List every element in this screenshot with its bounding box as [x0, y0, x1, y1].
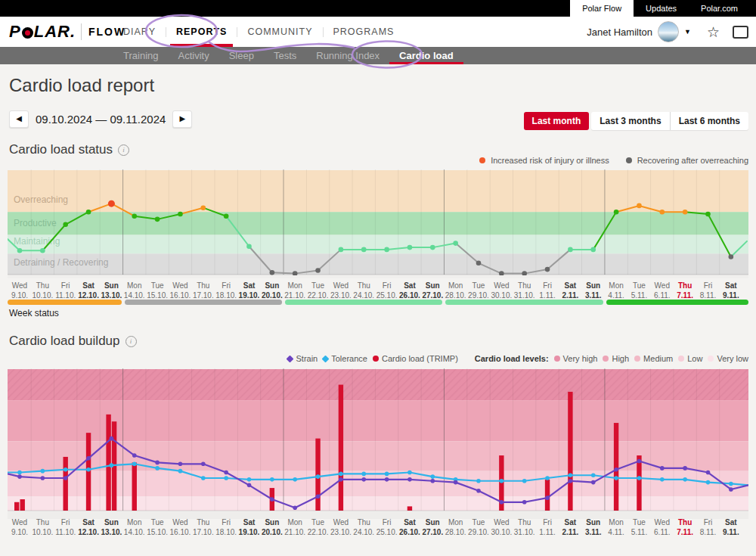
menu-item-community[interactable]: COMMUNITY [237, 17, 322, 47]
week-status-pill [125, 300, 282, 305]
tab-polar-com[interactable]: Polar.com [689, 0, 750, 17]
low-dot-icon [678, 356, 684, 362]
tolerance-marker-icon [322, 355, 330, 362]
main-navbar: PLAR. FLOW DIARY REPORTS COMMUNITY PROGR… [0, 17, 756, 47]
last-month-button[interactable]: Last month [524, 112, 590, 130]
status-x-axis: Wed9.10.Thu10.10.Fri11.10.Sat12.10.Sun13… [8, 281, 748, 300]
axis-day-label: Sat9.11. [716, 517, 746, 537]
svg-text:Overreaching: Overreaching [14, 194, 68, 205]
week-status-pill [606, 300, 748, 305]
main-menu: DIARY REPORTS COMMUNITY PROGRAMS [113, 17, 404, 47]
last-6-months-button[interactable]: Last 6 months [670, 112, 748, 130]
menu-item-diary[interactable]: DIARY [113, 17, 166, 47]
polar-flow-app: Polar Flow Updates Polar.com PLAR. FLOW … [0, 0, 756, 556]
week-status-label: Week status [9, 308, 59, 318]
week-status-pill [8, 300, 122, 305]
axis-day-label: Sat9.11. [716, 281, 746, 300]
week-status-pill [445, 300, 603, 305]
chevron-down-icon[interactable] [684, 28, 691, 36]
polar-logo-text-rest: LAR. [34, 22, 76, 42]
info-icon[interactable] [125, 336, 137, 347]
strain-marker-icon [287, 355, 294, 362]
polar-logo-o-icon [22, 27, 33, 39]
subnav-cardio-load[interactable]: Cardio load [389, 47, 463, 64]
very-low-dot-icon [708, 356, 714, 362]
menu-item-programs[interactable]: PROGRAMS [324, 17, 404, 47]
user-name[interactable]: Janet Hamilton [587, 26, 652, 38]
favorites-star-icon[interactable] [707, 23, 720, 41]
menu-item-reports[interactable]: REPORTS [166, 17, 237, 47]
buildup-chart [8, 368, 748, 519]
status-section-heading: Cardio load status [9, 142, 129, 157]
range-buttons: Last month Last 3 months Last 6 months [524, 112, 748, 130]
last-3-months-button[interactable]: Last 3 months [591, 112, 669, 130]
very-high-dot-icon [554, 356, 560, 362]
logo-divider [81, 23, 82, 40]
user-area: Janet Hamilton [587, 17, 748, 47]
buildup-x-axis: Wed9.10.Thu10.10.Fri11.10.Sat12.10.Sun13… [8, 517, 748, 537]
svg-text:Detraining / Recovering: Detraining / Recovering [14, 257, 108, 268]
subnav-activity[interactable]: Activity [168, 47, 218, 64]
week-status-pill [285, 300, 442, 305]
user-avatar[interactable] [658, 21, 679, 42]
top-site-bar: Polar Flow Updates Polar.com [0, 0, 756, 17]
medium-dot-icon [634, 356, 640, 362]
tab-updates[interactable]: Updates [634, 0, 689, 17]
page-title: Cardio load report [9, 75, 154, 96]
levels-label: Cardio load levels: [475, 354, 549, 363]
status-legend: Increased risk of injury or illness Reco… [479, 156, 748, 165]
trimp-dot-icon [373, 356, 379, 362]
date-navigation: ◀ 09.10.2024 — 09.11.2024 ▶ [9, 110, 192, 128]
high-dot-icon [603, 356, 609, 362]
info-icon[interactable] [118, 144, 129, 156]
status-chart: OverreachingProductiveMaintainingDetrain… [8, 168, 748, 278]
subnav-training[interactable]: Training [113, 47, 168, 64]
week-status-bar [8, 300, 748, 306]
buildup-section-heading: Cardio load buildup [9, 334, 137, 349]
tab-polar-flow[interactable]: Polar Flow [570, 0, 634, 17]
site-tabs: Polar Flow Updates Polar.com [570, 0, 750, 17]
reports-subnav: Training Activity Sleep Tests Running In… [0, 47, 756, 64]
svg-text:Productive: Productive [14, 218, 57, 228]
polar-logo[interactable]: PLAR. FLOW [9, 22, 125, 42]
subnav-sleep[interactable]: Sleep [219, 47, 264, 64]
feedback-chat-icon[interactable] [733, 26, 748, 39]
subnav-running-index[interactable]: Running Index [306, 47, 389, 64]
prev-period-button[interactable]: ◀ [9, 110, 29, 128]
polar-logo-text: P [9, 22, 21, 42]
buildup-legend: Strain Tolerance Cardio load (TRIMP) Car… [287, 354, 748, 363]
risk-dot-icon [479, 157, 485, 163]
subnav-tests[interactable]: Tests [264, 47, 306, 64]
next-period-button[interactable]: ▶ [172, 110, 192, 128]
date-range-label: 09.10.2024 — 09.11.2024 [36, 113, 166, 126]
recovering-dot-icon [626, 157, 632, 163]
